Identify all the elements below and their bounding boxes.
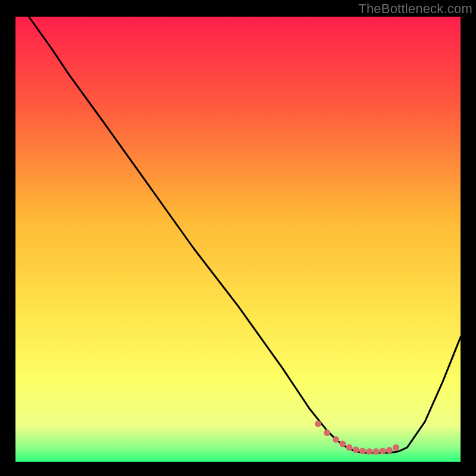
trough-marker [353, 446, 359, 453]
trough-marker [380, 448, 386, 455]
trough-marker [359, 448, 366, 455]
chart-frame [15, 17, 461, 462]
trough-marker [333, 436, 339, 443]
chart-background [15, 17, 461, 462]
trough-marker [386, 447, 393, 453]
trough-marker [315, 421, 321, 427]
trough-marker [324, 430, 330, 436]
trough-marker [372, 448, 379, 455]
trough-marker [393, 444, 399, 451]
trough-marker [339, 441, 346, 447]
watermark-text: TheBottleneck.com [358, 1, 472, 17]
chart-svg [15, 17, 461, 462]
trough-marker [366, 448, 372, 455]
trough-marker [346, 444, 353, 451]
